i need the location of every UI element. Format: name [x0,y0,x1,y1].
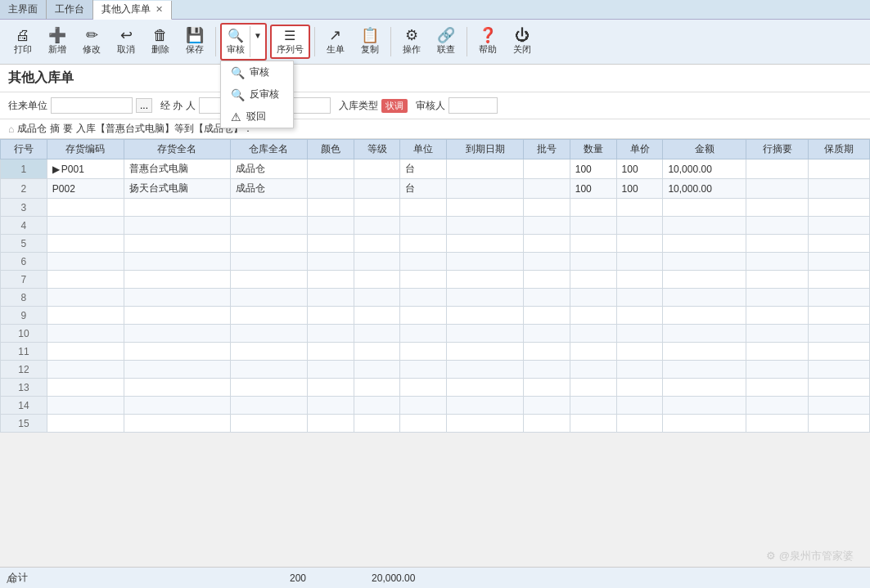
new-icon: ➕ [48,28,66,43]
cell-shelf-life [808,217,869,235]
save-label: 保存 [186,43,204,56]
warehouse-type-label: 入库类型 [339,99,378,113]
review-button[interactable]: 🔗 联查 [430,25,462,58]
col-code: 存货编码 [47,140,124,159]
audit-menu-item[interactable]: 🔍 审核 [221,61,293,83]
cell-code [47,343,124,361]
col-shelf-life: 保质期 [808,140,869,159]
cell-price [616,379,663,397]
partner-input[interactable] [51,97,133,114]
cell-qty [570,289,616,307]
cell-price [616,217,663,235]
cell-memo [746,253,808,271]
cell-color [307,379,354,397]
cell-name [124,253,231,271]
table-header-row: 行号 存货编码 存货全名 仓库全名 颜色 等级 单位 到期日期 批号 数量 单价… [1,140,870,159]
audit-menu-icon: 🔍 [231,66,245,79]
table-row[interactable]: 6 [1,253,870,271]
cell-shelf-life [808,361,869,379]
table-row[interactable]: 1▶P001普惠台式电脑成品仓台10010010,000.00 [1,159,870,179]
new-button[interactable]: ➕ 新增 [41,25,74,58]
tab-work[interactable]: 工作台 [47,0,93,19]
cell-warehouse [231,343,308,361]
cell-row-num: 8 [1,289,47,307]
cell-batch [523,361,570,379]
table-row[interactable]: 4 [1,217,870,235]
generate-button[interactable]: ↗ 生单 [319,25,352,58]
generate-icon: ↗ [329,28,341,43]
close-button[interactable]: ⏻ 关闭 [506,25,539,58]
cell-warehouse [231,235,308,253]
cell-color [307,179,354,199]
table-row[interactable]: 3 [1,199,870,217]
cell-memo [746,361,808,379]
table-row[interactable]: 5 [1,235,870,253]
cell-code [47,397,124,415]
table-row[interactable]: 13 [1,379,870,397]
delete-button[interactable]: 🗑 删除 [144,25,177,58]
cell-memo [746,199,808,217]
table-row[interactable]: 2P002扬天台式电脑成品仓台10010010,000.00 [1,179,870,199]
table-row[interactable]: 15 [1,415,870,433]
cell-name [124,325,231,343]
help-label: 帮助 [479,43,497,56]
tab-main[interactable]: 主界面 [0,0,47,19]
cell-name [124,361,231,379]
cell-grade [354,199,400,217]
cell-shelf-life [808,253,869,271]
help-button[interactable]: ❓ 帮助 [471,25,504,58]
cell-unit [400,379,447,397]
table-row[interactable]: 8 [1,289,870,307]
col-color: 颜色 [307,140,354,159]
save-button[interactable]: 💾 保存 [178,25,211,58]
cell-grade [354,271,400,289]
cell-warehouse [231,379,308,397]
cell-batch [523,217,570,235]
reverse-audit-menu-item[interactable]: 🔍 反审核 [221,83,293,105]
cell-expire [447,361,524,379]
cell-row-num: 13 [1,379,47,397]
table-row[interactable]: 14 [1,397,870,415]
cell-qty [570,307,616,325]
cell-name [124,343,231,361]
cell-expire [447,307,524,325]
cancel-button[interactable]: ↩ 取消 [110,25,142,58]
partner-browse-button[interactable]: ... [136,98,152,113]
cell-color [307,235,354,253]
cell-price [616,271,663,289]
table-row[interactable]: 11 [1,343,870,361]
cell-qty [570,271,616,289]
cell-unit: 台 [400,159,447,179]
cell-price: 100 [616,159,663,179]
tab-other-in[interactable]: 其他入库单 ✕ [93,1,172,20]
cell-shelf-life [808,415,869,433]
cell-expire [447,271,524,289]
cell-warehouse [231,199,308,217]
return-menu-item[interactable]: ⚠ 驳回 [221,105,293,128]
operate-button[interactable]: ⚙ 操作 [395,25,428,58]
copy-button[interactable]: 📋 复制 [354,25,386,58]
cell-color [307,415,354,433]
warehouse-display: 成品仓 [17,122,47,136]
cell-price [616,325,663,343]
cell-code [47,325,124,343]
chevron-down-icon: ▼ [254,31,262,40]
auditor-input[interactable] [449,97,498,114]
table-row[interactable]: 7 [1,271,870,289]
form-area: 往来单位 ... 经 办 人 部 门 入库类型 状调 审核人 [0,92,870,119]
table-row[interactable]: 9 [1,307,870,325]
tab-bar: 主界面 工作台 其他入库单 ✕ [0,0,870,20]
cell-grade [354,415,400,433]
cell-qty [570,199,616,217]
cell-price [616,361,663,379]
edit-button[interactable]: ✏ 修改 [75,25,108,58]
audit-dropdown-arrow[interactable]: ▼ [250,26,265,57]
table-row[interactable]: 12 [1,361,870,379]
generate-label: 生单 [327,43,345,56]
print-button[interactable]: 🖨 打印 [7,25,39,58]
tab-close-icon[interactable]: ✕ [156,4,163,15]
cell-code [47,307,124,325]
audit-button[interactable]: 🔍 审核 [222,26,250,57]
table-row[interactable]: 10 [1,325,870,343]
audit-label: 审核 [227,43,245,56]
